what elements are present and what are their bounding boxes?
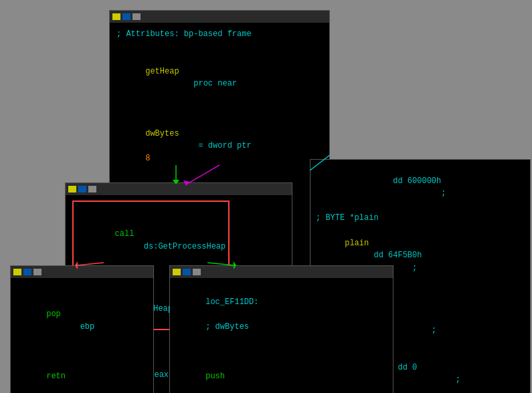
call-getprocessheap: call ds:GetProcessHeap (76, 203, 226, 265)
blank-line2 (116, 103, 323, 116)
br-content: loc_EF11DD: ; dwBytes push [ebp+dwBytes]… (170, 278, 393, 393)
br-tb-blue[interactable] (183, 269, 191, 275)
retn-mnem: retn (46, 372, 66, 381)
pop-ebp: pop ebp (17, 283, 147, 346)
plain-label: plain (345, 239, 369, 248)
semicolon1: ; (345, 188, 446, 198)
br-tb-gray[interactable] (193, 269, 201, 275)
mid-tb-yellow[interactable] (68, 186, 76, 192)
dd-line1: dd 600000h ; (316, 162, 525, 212)
dwbytes-var: dwBytes (145, 129, 179, 138)
retn-line: retn (17, 346, 147, 393)
loc-label-line: loc_EF11DD: ; dwBytes (177, 283, 386, 346)
main-titlebar (110, 11, 329, 23)
call-mnem: call (115, 229, 135, 239)
tb-yellow[interactable] (112, 13, 120, 20)
bl-content: pop ebp retn (11, 278, 153, 393)
pop-mnem: pop (46, 309, 61, 319)
bottom-left-window: pop ebp retn (10, 265, 154, 393)
push-op2 (205, 384, 234, 393)
br-titlebar (170, 266, 393, 278)
bl-tb-blue[interactable] (23, 269, 31, 275)
proc-keyword: proc near (145, 79, 237, 88)
proc-line: getHeap proc near (116, 53, 323, 102)
bl-tb-yellow[interactable] (13, 269, 21, 275)
dwbytes-comment: ; dwBytes (205, 322, 249, 332)
br-tb-yellow[interactable] (173, 269, 181, 275)
plain-val: dd 64F5B0h (345, 251, 422, 260)
middle-titlebar (66, 183, 292, 195)
comment-line: ; Attributes: bp-based frame (116, 28, 323, 41)
blank-line (116, 41, 323, 53)
proc-name: getHeap (145, 67, 179, 76)
push-mnem2: push (205, 372, 225, 381)
push-dwbytes: push [ebp+dwBytes] (177, 346, 386, 393)
mid-tb-blue[interactable] (78, 186, 86, 192)
bottom-right-window: loc_EF11DD: ; dwBytes push [ebp+dwBytes]… (169, 265, 393, 393)
mid-tb-gray[interactable] (88, 186, 96, 192)
bl-titlebar (11, 266, 153, 278)
call-op: ds:GetProcessHeap (115, 242, 226, 251)
dwbytes-line: dwBytes = dword ptr 8 (116, 115, 323, 177)
tb-blue[interactable] (122, 13, 130, 20)
tb-gray[interactable] (132, 13, 141, 20)
loc-label: loc_EF11DD: (205, 297, 258, 307)
dd-text1: dd 600000h (345, 176, 441, 186)
dwbytes-val: 8 (145, 154, 150, 163)
dwbytes-eq: = dword ptr (145, 141, 261, 150)
byte-comment: ; BYTE *plain (316, 212, 525, 225)
pop-op: ebp (46, 322, 94, 332)
bl-tb-gray[interactable] (33, 269, 41, 275)
